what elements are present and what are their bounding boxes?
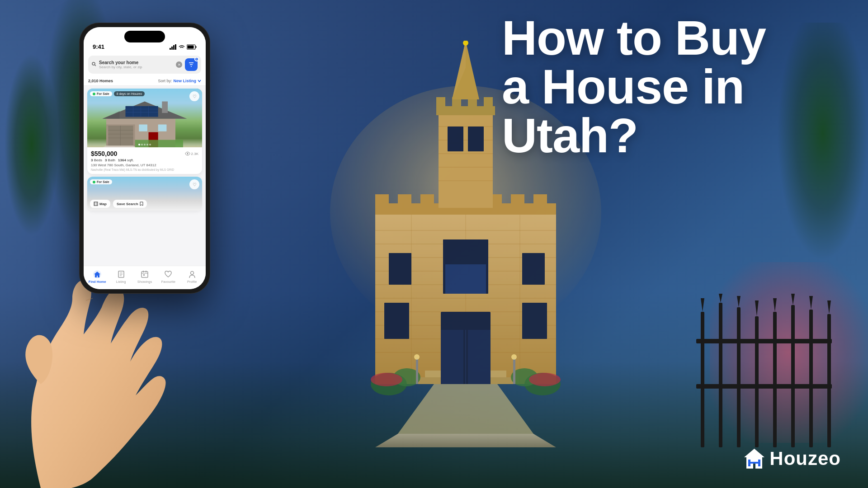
search-bar[interactable]: Search your home Search by city, state, … — [88, 56, 201, 74]
svg-marker-133 — [744, 449, 764, 469]
signal-icon — [170, 44, 177, 50]
svg-rect-19 — [468, 330, 491, 384]
svg-marker-77 — [737, 296, 741, 307]
image-dots — [138, 144, 151, 145]
badge-for-sale-2: For Sale — [90, 179, 112, 184]
headline-line3: Utah? — [502, 111, 841, 160]
svg-marker-82 — [827, 300, 831, 314]
filter-icon — [188, 61, 194, 68]
phone-screen: 9:41 — [84, 27, 206, 289]
nav-label-showings: Showings — [137, 280, 152, 284]
filter-badge: 3 — [194, 57, 199, 61]
dot-5 — [149, 144, 151, 145]
results-bar: 2,010 Homes Sort by: New Listing — [84, 76, 206, 86]
svg-rect-85 — [170, 48, 171, 50]
svg-rect-69 — [773, 312, 777, 447]
favorite-button-2[interactable]: ♡ — [189, 179, 199, 189]
dynamic-island — [124, 31, 165, 42]
dot-3 — [144, 144, 146, 145]
map-save-overlay: Map Save Search — [87, 197, 202, 211]
svg-rect-26 — [445, 264, 486, 294]
svg-rect-106 — [139, 124, 147, 131]
svg-marker-79 — [773, 298, 777, 312]
dot-1 — [138, 144, 140, 145]
svg-point-92 — [92, 62, 95, 65]
svg-point-63 — [414, 354, 420, 360]
house-illustration — [87, 98, 202, 148]
listing-card-2[interactable]: For Sale ♡ Map Save Search — [87, 177, 202, 211]
svg-rect-24 — [522, 253, 545, 285]
dot-2 — [141, 144, 143, 145]
card-badges-2: For Sale — [90, 179, 112, 184]
svg-rect-121 — [94, 202, 98, 206]
profile-icon — [188, 270, 197, 279]
badge-days-on-houzeo: 8 days on Houzeo — [114, 91, 145, 96]
nav-label-favourite: Favourite — [161, 280, 175, 284]
search-subtitle: Search by city, state, or zip — [99, 65, 173, 69]
listing-icon — [117, 270, 126, 279]
svg-rect-30 — [420, 194, 434, 206]
svg-marker-54 — [398, 384, 533, 434]
filter-button[interactable]: 3 — [185, 58, 198, 71]
svg-rect-23 — [389, 253, 411, 285]
headline-container: How to Buy a House in Utah? — [502, 14, 841, 160]
map-icon — [94, 202, 98, 206]
svg-rect-87 — [173, 45, 175, 50]
clear-button[interactable]: ✕ — [176, 61, 182, 68]
svg-rect-86 — [171, 47, 173, 50]
listing-address: 130 West 780 South, Garland, UT 84312 — [91, 163, 198, 167]
svg-rect-74 — [696, 384, 832, 389]
search-title: Search your home — [99, 60, 173, 65]
svg-point-64 — [511, 354, 517, 360]
svg-rect-65 — [701, 312, 704, 447]
svg-point-59 — [371, 373, 402, 386]
svg-rect-36 — [439, 113, 493, 208]
svg-rect-61 — [416, 357, 418, 384]
phone-wrapper: 9:41 — [14, 9, 276, 488]
svg-rect-29 — [398, 194, 411, 206]
search-icon — [92, 61, 96, 68]
nav-label-profile: Profile — [187, 280, 197, 284]
nav-find-home[interactable]: Find Home — [87, 270, 108, 284]
nav-showings[interactable]: Showings — [134, 270, 155, 284]
headline-line1: How to Buy — [502, 14, 841, 62]
headline-line2: a House in — [502, 62, 841, 111]
nav-label-listing: Listing — [116, 280, 126, 284]
svg-rect-91 — [188, 45, 194, 48]
nav-profile[interactable]: Profile — [182, 270, 202, 284]
map-button[interactable]: Map — [90, 200, 110, 208]
svg-rect-34 — [511, 194, 524, 206]
svg-rect-131 — [143, 274, 145, 276]
sort-section[interactable]: Sort by: New Listing — [158, 79, 201, 83]
save-search-button[interactable]: Save Search — [113, 200, 147, 208]
card-image-2: For Sale ♡ Map Save Search — [87, 177, 202, 211]
svg-rect-68 — [755, 316, 759, 447]
phone-device: 9:41 — [79, 23, 210, 294]
svg-rect-42 — [436, 106, 495, 115]
svg-rect-66 — [719, 303, 722, 447]
nav-listing[interactable]: Listing — [111, 270, 131, 284]
favorite-button-1[interactable]: ♡ — [189, 91, 199, 101]
card-info-1: $550,000 2.3K 3 Beds 3 Bath 1364 sqft. 1… — [87, 147, 202, 174]
svg-rect-136 — [748, 462, 760, 464]
svg-point-120 — [187, 153, 188, 155]
svg-point-132 — [190, 272, 193, 275]
wifi-icon — [179, 44, 185, 50]
card-image-1: For Sale 8 days on Houzeo ♡ — [87, 89, 202, 147]
badge-for-sale: For Sale — [90, 91, 112, 96]
svg-marker-75 — [701, 298, 704, 312]
svg-rect-43 — [436, 97, 445, 107]
svg-point-60 — [529, 373, 561, 386]
bookmark-icon — [140, 202, 143, 206]
svg-rect-50 — [464, 41, 467, 44]
nav-label-find-home: Find Home — [89, 280, 106, 284]
listing-card-1[interactable]: For Sale 8 days on Houzeo ♡ — [87, 89, 202, 174]
svg-marker-80 — [791, 294, 795, 305]
heart-icon — [164, 270, 173, 279]
search-text-area: Search your home Search by city, state, … — [99, 60, 173, 69]
nav-favourite[interactable]: Favourite — [158, 270, 179, 284]
specs-row: 3 Beds 3 Bath 1364 sqft. — [91, 158, 198, 162]
svg-rect-72 — [827, 314, 831, 447]
listing-price: $550,000 — [91, 150, 117, 157]
svg-rect-62 — [513, 357, 515, 384]
